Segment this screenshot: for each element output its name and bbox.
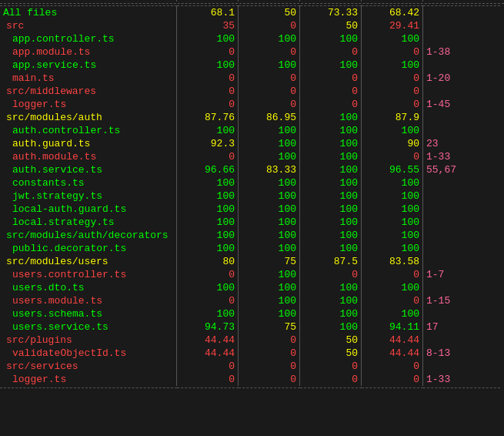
cell-lines: 0: [362, 98, 423, 111]
cell-uncovered: 55,67: [423, 163, 500, 176]
cell-uncovered: [423, 216, 500, 229]
table-row: auth.service.ts 96.66 83.33 100 96.55 55…: [0, 163, 504, 176]
cell-stmts: 100: [177, 59, 239, 72]
cell-funcs: 50: [300, 347, 362, 360]
cell-funcs: 100: [300, 216, 362, 229]
cell-file: src: [0, 19, 177, 32]
cell-funcs: 0: [300, 373, 362, 386]
cell-file: users.dto.ts: [0, 281, 177, 294]
cell-branch: 100: [239, 150, 300, 163]
cell-funcs: 73.33: [300, 6, 362, 19]
cell-file: All files: [0, 6, 177, 19]
cell-file: src/modules/auth/decorators: [0, 229, 177, 242]
cell-stmts: 0: [177, 45, 239, 59]
cell-funcs: 100: [300, 111, 362, 124]
cell-uncovered: [423, 307, 500, 320]
cell-lines: 94.11: [362, 320, 423, 334]
cell-funcs: 0: [300, 98, 362, 111]
cell-stmts: 0: [177, 85, 239, 98]
cell-lines: 29.41: [362, 19, 423, 32]
cell-file: src/plugins: [0, 334, 177, 347]
cell-branch: 0: [239, 347, 300, 360]
cell-branch: 0: [239, 72, 300, 85]
table-row: src 35 0 50 29.41: [0, 19, 504, 32]
footer-divider: [0, 387, 504, 388]
cell-file: src/modules/auth: [0, 111, 177, 124]
header-branch: [239, 0, 300, 2]
cell-stmts: 0: [177, 360, 239, 373]
cell-uncovered: [423, 111, 500, 124]
cell-lines: 100: [362, 203, 423, 216]
table-row: logger.ts 0 0 0 0 1-45: [0, 98, 504, 111]
cell-funcs: 0: [300, 85, 362, 98]
cell-file: app.module.ts: [0, 45, 177, 59]
cell-branch: 75: [239, 255, 300, 268]
cell-lines: 0: [362, 45, 423, 59]
cell-stmts: 0: [177, 294, 239, 307]
cell-stmts: 0: [177, 98, 239, 111]
cell-lines: 100: [362, 281, 423, 294]
cell-uncovered: [423, 281, 500, 294]
table-row: app.module.ts 0 0 0 0 1-38: [0, 45, 504, 59]
cell-branch: 50: [239, 6, 300, 19]
cell-stmts: 44.44: [177, 334, 239, 347]
cell-stmts: 0: [177, 150, 239, 163]
cell-lines: 0: [362, 373, 423, 386]
table-row: main.ts 0 0 0 0 1-20: [0, 72, 504, 85]
cell-lines: 0: [362, 360, 423, 373]
cell-branch: 86.95: [239, 111, 300, 124]
cell-uncovered: 1-15: [423, 294, 500, 307]
cell-uncovered: [423, 19, 500, 32]
cell-uncovered: [423, 242, 500, 255]
cell-lines: 100: [362, 307, 423, 320]
table-row: app.service.ts 100 100 100 100: [0, 59, 504, 72]
cell-branch: 0: [239, 373, 300, 386]
cell-file: local.strategy.ts: [0, 216, 177, 229]
cell-stmts: 0: [177, 72, 239, 85]
cell-file: constants.ts: [0, 176, 177, 189]
table-row: src/modules/auth/decorators 100 100 100 …: [0, 229, 504, 242]
header-stmts: [177, 0, 239, 2]
cell-uncovered: [423, 360, 500, 373]
cell-stmts: 44.44: [177, 347, 239, 360]
cell-stmts: 0: [177, 373, 239, 386]
cell-branch: 100: [239, 137, 300, 150]
cell-branch: 100: [239, 294, 300, 307]
cell-branch: 100: [239, 124, 300, 137]
cell-stmts: 100: [177, 242, 239, 255]
cell-funcs: 100: [300, 137, 362, 150]
cell-lines: 68.42: [362, 6, 423, 19]
cell-funcs: 87.5: [300, 255, 362, 268]
cell-stmts: 87.76: [177, 111, 239, 124]
table-row: src/plugins 44.44 0 50 44.44: [0, 334, 504, 347]
cell-branch: 0: [239, 45, 300, 59]
cell-lines: 44.44: [362, 347, 423, 360]
cell-branch: 100: [239, 32, 300, 45]
cell-stmts: 100: [177, 32, 239, 45]
table-row: users.module.ts 0 100 100 0 1-15: [0, 294, 504, 307]
cell-funcs: 100: [300, 320, 362, 334]
cell-stmts: 100: [177, 189, 239, 203]
cell-funcs: 100: [300, 124, 362, 137]
cell-branch: 100: [239, 176, 300, 189]
cell-uncovered: [423, 176, 500, 189]
cell-lines: 44.44: [362, 334, 423, 347]
cell-funcs: 100: [300, 307, 362, 320]
cell-lines: 0: [362, 150, 423, 163]
coverage-table: All files 68.1 50 73.33 68.42 src 35 0 5…: [0, 0, 504, 388]
cell-file: public.decorator.ts: [0, 242, 177, 255]
cell-branch: 100: [239, 229, 300, 242]
cell-branch: 0: [239, 98, 300, 111]
table-row: logger.ts 0 0 0 0 1-33: [0, 373, 504, 386]
cell-branch: 0: [239, 19, 300, 32]
cell-file: src/modules/users: [0, 255, 177, 268]
cell-funcs: 100: [300, 176, 362, 189]
table-row: src/services 0 0 0 0: [0, 360, 504, 373]
table-row: local-auth.guard.ts 100 100 100 100: [0, 203, 504, 216]
cell-funcs: 100: [300, 229, 362, 242]
cell-branch: 100: [239, 203, 300, 216]
cell-stmts: 92.3: [177, 137, 239, 150]
table-row: app.controller.ts 100 100 100 100: [0, 32, 504, 45]
cell-uncovered: 23: [423, 137, 500, 150]
cell-branch: 100: [239, 281, 300, 294]
